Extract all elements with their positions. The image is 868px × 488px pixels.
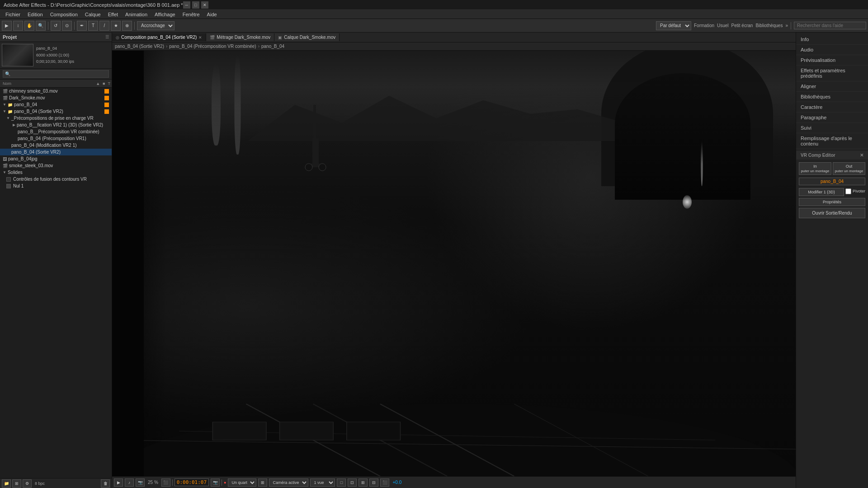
folder-arrow-1: ▼ [3,103,6,107]
comp-tab-metrage[interactable]: 🎬 Métrage Dark_Smoke.mov [206,33,274,41]
project-thumbnail: pano_B_04 6000 x3000 (1:00) 0;00;10;00, … [0,42,112,69]
vr-modifier-btn[interactable]: Modifier 1 (3D) [799,188,844,196]
vc-frame-btn[interactable]: 📷 [211,479,220,487]
tool-pen[interactable]: ✒ [77,21,87,31]
menu-fenetre[interactable]: Fenêtre [179,11,203,18]
vr-pivoter-checkbox[interactable] [845,188,851,194]
vc-zoom-btn[interactable]: ⬛ [161,479,170,487]
petit-ecran-label: Petit écran [731,23,753,28]
project-item-controles[interactable]: Contrôles de fusion des contours VR [0,176,112,183]
project-item-precomps[interactable]: ▼ _Précompositions de prise en charge VR [0,115,112,122]
tool-move[interactable]: ↕ [13,21,23,31]
vc-channel-btn[interactable]: ⬛ [380,479,389,487]
tool-select[interactable]: ▶ [2,21,12,31]
menu-aide[interactable]: Aide [203,11,221,18]
panel-item-caractere[interactable]: Caractère [796,102,868,113]
vc-camera-dropdown[interactable]: Caméra active [269,479,308,487]
comp-tab-label-1: Composition pano_B_04 (Sortie VR2) [121,35,197,40]
vr-comp-editor-panel: In puter un montage Out puter un montage… [796,160,868,221]
vc-views-dropdown[interactable]: 1 vue 2 vues 4 vues [310,479,335,487]
project-item-panob04-vr2[interactable]: ▼ 📁 pano_B_04 (Sortie VR2) [0,108,112,115]
more-workspaces[interactable]: » [785,23,788,28]
vc-mode-btn[interactable]: □ [337,479,346,487]
comp-tab-sortie-vr2[interactable]: ◎ Composition pano_B_04 (Sortie VR2) ✕ [112,33,206,41]
window-controls[interactable]: ─ □ ✕ [183,1,208,9]
panel-item-libraries[interactable]: Bibliothèques [796,92,868,102]
menu-calque[interactable]: Calque [81,11,104,18]
project-menu-icon[interactable]: ☰ [105,35,109,39]
vr-comp-editor-collapse[interactable]: ✕ [860,153,863,158]
vc-preview-btn[interactable]: ▶ [114,479,123,487]
panel-item-paragraphe[interactable]: Paragraphe [796,113,868,123]
panel-item-audio[interactable]: Audio [796,45,868,55]
new-folder-button[interactable]: 📁 [2,479,11,488]
panel-item-preview[interactable]: Prévisualisation [796,55,868,66]
tool-hand[interactable]: ✋ [24,21,34,31]
panel-item-remplissage[interactable]: Remplissage d'après le contenu [796,133,868,149]
vr-proprietes-btn[interactable]: Propriétés [799,198,865,206]
panel-item-suivi[interactable]: Suivi [796,123,868,133]
vc-resolution-dropdown[interactable]: Un quart Moitié Plein [228,479,256,487]
delete-button[interactable]: 🗑 [101,479,110,488]
comp-tab-close-1[interactable]: ✕ [198,35,202,40]
project-item-sortie-vr2[interactable]: pano_B_04 (Sortie VR2) [0,149,112,155]
vc-timecode[interactable]: 0:00:01:07 [175,479,209,486]
menu-fichier[interactable]: Fichier [2,11,24,18]
panel-item-aligner[interactable]: Aligner [796,81,868,92]
project-item-vr2-3d[interactable]: ▶ pano_B__fication VR2 1) (3D) (Sortie V… [0,122,112,128]
panel-item-info[interactable]: Info [796,34,868,45]
search-input[interactable] [794,22,866,29]
project-item-panob04[interactable]: ▼ 📁 pano_B_04 [0,101,112,108]
vr-modifier-row: Modifier 1 (3D) Pivoter [799,188,865,196]
maximize-button[interactable]: □ [192,1,199,9]
vr-ouvrir-btn[interactable]: Ouvrir Sortie/Rendu [799,208,865,218]
vr-comp-editor-header[interactable]: VR Comp Editor ✕ [796,151,868,160]
menu-composition[interactable]: Composition [47,11,81,18]
close-button[interactable]: ✕ [201,1,208,9]
menu-affichage[interactable]: Affichage [151,11,179,18]
vc-grid2-btn[interactable]: ⊟ [369,479,378,487]
bc-item-2[interactable]: pano_B_04 (Précomposition VR combinée) [169,44,256,49]
tool-zoom[interactable]: 🔍 [36,21,46,31]
vc-snapshot-btn[interactable]: 📷 [136,479,145,487]
workspace-dropdown[interactable]: Par défaut Formation Usuel Petit écran [656,21,691,30]
tool-stamp[interactable]: ★ [111,21,121,31]
project-item-solides[interactable]: ▼ Solides [0,169,112,176]
vc-audio-btn[interactable]: ♪ [125,479,134,487]
project-item-nul1[interactable]: Nul 1 [0,183,112,189]
project-item-vr1[interactable]: pano_B_04 (Précomposition VR1) [0,135,112,142]
project-item-modif-vr2[interactable]: pano_B_04 (Modification VR2 1) [0,142,112,149]
tool-puppet[interactable]: ⊕ [122,21,132,31]
tool-rotate[interactable]: ↺ [51,21,61,31]
menu-effet[interactable]: Effet [104,11,122,18]
bc-item-1[interactable]: pano_B_04 (Sortie VR2) [115,44,164,49]
vc-grid-btn[interactable]: ⊞ [258,479,267,487]
item-label-panob04: pano_B_04 [14,102,37,107]
project-item-jpg[interactable]: 🖼 pano_B_04jpg [0,155,112,162]
item-label-smoke-steek: smoke_steek_03.mov [9,163,53,168]
menu-animation[interactable]: Animation [122,11,151,18]
project-item-vr-comb[interactable]: pano_B__Précomposition VR combinée) [0,128,112,135]
comp-tab-calque[interactable]: ▣ Calque Dark_Smoke.mov [274,33,340,41]
tool-text[interactable]: T [88,21,98,31]
vr-output-btn[interactable]: Out puter un montage [833,162,865,175]
tool-camera[interactable]: ⊙ [62,21,72,31]
project-search-input[interactable] [3,70,109,78]
project-item-smoke-steek[interactable]: 🎬 smoke_steek_03.mov [0,162,112,169]
project-item-darksmoke[interactable]: 🎬 Dark_Smoke.mov [0,94,112,101]
vc-full-btn[interactable]: ⊡ [348,479,357,487]
new-comp-button[interactable]: ⊞ [12,479,21,488]
project-settings-button[interactable]: ⚙ [23,479,32,488]
vc-safe-btn[interactable]: ⊞ [359,479,368,487]
item-label-vr2-3d: pano_B__fication VR2 1) (3D) (Sortie VR2… [17,122,103,127]
panel-item-effects[interactable]: Effets et paramètres prédéfinis [796,66,868,81]
accrochage-dropdown[interactable]: Accrochage [137,21,175,30]
vr-input-btn[interactable]: In puter un montage [799,162,831,175]
composition-viewer[interactable] [112,51,796,476]
bc-item-3[interactable]: pano_B_04 [261,44,284,49]
menu-edition[interactable]: Edition [24,11,47,18]
project-item-chimney[interactable]: 🎬 chimney smoke_03.mov [0,88,112,94]
item-label-precomps: _Précompositions de prise en charge VR [11,116,94,121]
tool-brush[interactable]: / [99,21,109,31]
minimize-button[interactable]: ─ [183,1,190,9]
